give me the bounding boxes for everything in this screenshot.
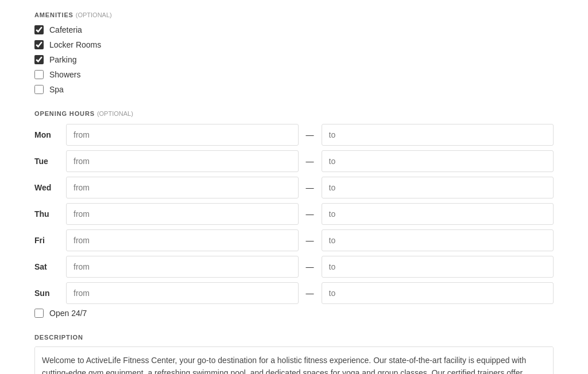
- day-label-mon: Mon: [34, 130, 66, 139]
- hours-row-wed: Wed—: [34, 177, 554, 198]
- to-input-thu[interactable]: [322, 203, 554, 225]
- open24-label: Open 24/7: [49, 309, 87, 318]
- from-input-fri[interactable]: [66, 229, 299, 251]
- to-input-fri[interactable]: [322, 229, 554, 251]
- from-input-sun[interactable]: [66, 282, 299, 304]
- hours-row-sun: Sun—: [34, 282, 554, 304]
- from-input-mon[interactable]: [66, 124, 299, 146]
- amenities-list: CafeteriaLocker RoomsParkingShowersSpa: [34, 25, 554, 94]
- description-label: DESCRIPTION: [34, 334, 554, 341]
- day-label-tue: Tue: [34, 157, 66, 166]
- dash-tue: —: [299, 157, 322, 166]
- amenity-item-parking: Parking: [34, 55, 554, 64]
- amenity-item-cafeteria: Cafeteria: [34, 25, 554, 34]
- amenities-section: AMENITIES (OPTIONAL) CafeteriaLocker Roo…: [34, 11, 554, 94]
- dash-fri: —: [299, 236, 322, 245]
- amenity-label-locker-rooms: Locker Rooms: [49, 40, 101, 49]
- description-section: DESCRIPTION: [34, 334, 554, 374]
- dash-sun: —: [299, 289, 322, 298]
- from-input-thu[interactable]: [66, 203, 299, 225]
- from-input-tue[interactable]: [66, 150, 299, 172]
- amenity-checkbox-locker-rooms[interactable]: [34, 40, 44, 49]
- opening-hours-section: OPENING HOURS (OPTIONAL) Mon—Tue—Wed—Thu…: [34, 110, 554, 318]
- day-label-thu: Thu: [34, 209, 66, 219]
- dash-sat: —: [299, 262, 322, 271]
- day-label-sun: Sun: [34, 289, 66, 298]
- amenity-checkbox-showers[interactable]: [34, 70, 44, 79]
- amenity-checkbox-spa[interactable]: [34, 85, 44, 94]
- to-input-wed[interactable]: [322, 177, 554, 198]
- from-input-wed[interactable]: [66, 177, 299, 198]
- hours-row-tue: Tue—: [34, 150, 554, 172]
- to-input-sun[interactable]: [322, 282, 554, 304]
- amenity-label-cafeteria: Cafeteria: [49, 25, 82, 34]
- from-input-sat[interactable]: [66, 256, 299, 278]
- to-input-sat[interactable]: [322, 256, 554, 278]
- to-input-mon[interactable]: [322, 124, 554, 146]
- hours-list: Mon—Tue—Wed—Thu—Fri—Sat—Sun—: [34, 124, 554, 304]
- open24-row: Open 24/7: [34, 309, 554, 318]
- day-label-fri: Fri: [34, 236, 66, 245]
- dash-wed: —: [299, 183, 322, 192]
- to-input-tue[interactable]: [322, 150, 554, 172]
- hours-row-thu: Thu—: [34, 203, 554, 225]
- amenity-label-parking: Parking: [49, 55, 76, 64]
- day-label-sat: Sat: [34, 262, 66, 271]
- description-textarea[interactable]: [34, 346, 554, 374]
- opening-hours-label: OPENING HOURS (OPTIONAL): [34, 110, 554, 117]
- amenity-checkbox-parking[interactable]: [34, 55, 44, 64]
- hours-row-fri: Fri—: [34, 229, 554, 251]
- dash-mon: —: [299, 130, 322, 139]
- amenity-item-locker-rooms: Locker Rooms: [34, 40, 554, 49]
- open24-checkbox[interactable]: [34, 309, 44, 318]
- hours-row-mon: Mon—: [34, 124, 554, 146]
- amenity-item-showers: Showers: [34, 70, 554, 79]
- amenity-label-showers: Showers: [49, 70, 80, 79]
- amenities-label: AMENITIES (OPTIONAL): [34, 11, 554, 18]
- amenity-checkbox-cafeteria[interactable]: [34, 25, 44, 34]
- amenity-item-spa: Spa: [34, 85, 554, 94]
- hours-row-sat: Sat—: [34, 256, 554, 278]
- dash-thu: —: [299, 209, 322, 219]
- amenity-label-spa: Spa: [49, 85, 64, 94]
- day-label-wed: Wed: [34, 183, 66, 192]
